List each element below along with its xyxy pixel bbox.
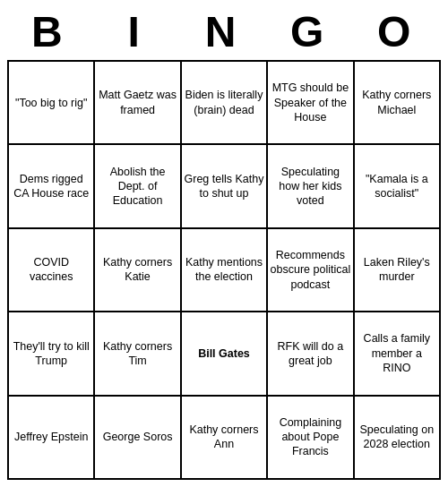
title-letter: G [267, 7, 354, 56]
bingo-cell: RFK will do a great job [267, 312, 353, 395]
bingo-cell: Abolish the Dept. of Education [94, 144, 180, 227]
title-letter: O [354, 7, 441, 56]
bingo-cell: Recommends obscure political podcast [267, 228, 353, 312]
bingo-cell: Jeffrey Epstein [8, 396, 94, 479]
bingo-cell: Kathy corners Katie [94, 228, 180, 312]
table-row: They'll try to kill TrumpKathy corners T… [8, 312, 440, 395]
bingo-cell: Complaining about Pope Francis [267, 396, 353, 479]
table-row: COVID vaccinesKathy corners KatieKathy m… [8, 228, 440, 312]
bingo-cell: Dems rigged CA House race [8, 144, 94, 227]
bingo-cell: Calls a family member a RINO [354, 312, 440, 395]
bingo-title: BINGO [7, 7, 441, 56]
bingo-cell: MTG should be Speaker of the House [267, 61, 353, 144]
bingo-cell: "Kamala is a socialist" [354, 144, 440, 227]
bingo-cell: Matt Gaetz was framed [94, 61, 180, 144]
bingo-cell: "Too big to rig" [8, 61, 94, 144]
bingo-cell: Kathy mentions the election [181, 228, 267, 312]
title-letter: I [94, 7, 181, 56]
bingo-cell: They'll try to kill Trump [8, 312, 94, 395]
bingo-cell: Speculating on 2028 election [354, 396, 440, 479]
bingo-cell: Bill Gates [181, 312, 267, 395]
bingo-grid: "Too big to rig"Matt Gaetz was framedBid… [7, 60, 441, 480]
bingo-cell: Laken Riley's murder [354, 228, 440, 312]
bingo-cell: Greg tells Kathy to shut up [181, 144, 267, 227]
table-row: Dems rigged CA House raceAbolish the Dep… [8, 144, 440, 227]
table-row: Jeffrey EpsteinGeorge SorosKathy corners… [8, 396, 440, 479]
bingo-cell: Kathy corners Tim [94, 312, 180, 395]
bingo-cell: Kathy corners Ann [181, 396, 267, 479]
title-letter: B [7, 7, 94, 56]
bingo-cell: George Soros [94, 396, 180, 479]
bingo-cell: Biden is literally (brain) dead [181, 61, 267, 144]
bingo-cell: Speculating how her kids voted [267, 144, 353, 227]
bingo-cell: Kathy corners Michael [354, 61, 440, 144]
bingo-cell: COVID vaccines [8, 228, 94, 312]
title-letter: N [181, 7, 268, 56]
table-row: "Too big to rig"Matt Gaetz was framedBid… [8, 61, 440, 144]
